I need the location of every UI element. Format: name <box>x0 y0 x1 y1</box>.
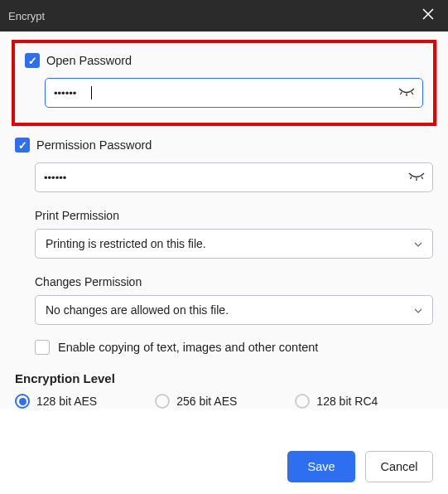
encryption-level-title: Encryption Level <box>15 371 433 385</box>
radio-indicator <box>15 394 30 409</box>
permission-password-checkbox[interactable]: ✓ <box>15 138 30 153</box>
open-password-section: ✓ Open Password <box>12 40 436 126</box>
permission-password-label: Permission Password <box>36 138 152 152</box>
svg-line-2 <box>412 92 413 94</box>
window-title: Encrypt <box>8 10 45 22</box>
eye-hide-icon[interactable] <box>408 172 425 182</box>
changes-permission-select[interactable]: No changes are allowed on this file. <box>35 295 433 325</box>
radio-indicator <box>295 394 310 409</box>
open-password-label: Open Password <box>46 54 132 67</box>
changes-permission-value: No changes are allowed on this file. <box>46 303 229 317</box>
chevron-down-icon <box>414 238 422 249</box>
close-icon[interactable] <box>420 7 436 24</box>
changes-permission-label: Changes Permission <box>35 275 433 288</box>
chevron-down-icon <box>414 304 422 316</box>
permission-password-input[interactable] <box>35 162 433 192</box>
radio-label: 128 bit RC4 <box>316 395 378 408</box>
radio-128-rc4[interactable]: 128 bit RC4 <box>295 394 378 409</box>
svg-line-3 <box>411 177 412 179</box>
dialog-content: ✓ Open Password ✓ Permission Password Pr… <box>0 31 448 409</box>
open-password-checkbox[interactable]: ✓ <box>25 53 40 68</box>
print-permission-select[interactable]: Printing is restricted on this file. <box>35 229 433 259</box>
radio-indicator <box>155 394 170 409</box>
permission-password-section: ✓ Permission Password Print Permission P… <box>12 126 436 409</box>
svg-line-5 <box>422 177 423 179</box>
enable-copy-checkbox[interactable] <box>35 340 50 355</box>
save-button[interactable]: Save <box>287 451 355 482</box>
encryption-level-group: Encryption Level 128 bit AES 256 bit AES… <box>15 371 433 409</box>
eye-hide-icon[interactable] <box>398 88 415 98</box>
svg-line-0 <box>401 92 402 94</box>
titlebar: Encrypt <box>0 0 448 31</box>
print-permission-label: Print Permission <box>35 209 433 222</box>
radio-128-aes[interactable]: 128 bit AES <box>15 394 97 409</box>
text-cursor <box>91 86 92 99</box>
enable-copy-label: Enable copying of text, images and other… <box>58 341 318 354</box>
open-password-input[interactable] <box>45 78 423 108</box>
radio-256-aes[interactable]: 256 bit AES <box>155 394 237 409</box>
print-permission-value: Printing is restricted on this file. <box>46 237 206 250</box>
cancel-button[interactable]: Cancel <box>365 451 433 482</box>
radio-label: 128 bit AES <box>36 395 97 408</box>
dialog-footer: Save Cancel <box>287 451 433 482</box>
radio-label: 256 bit AES <box>176 395 237 408</box>
